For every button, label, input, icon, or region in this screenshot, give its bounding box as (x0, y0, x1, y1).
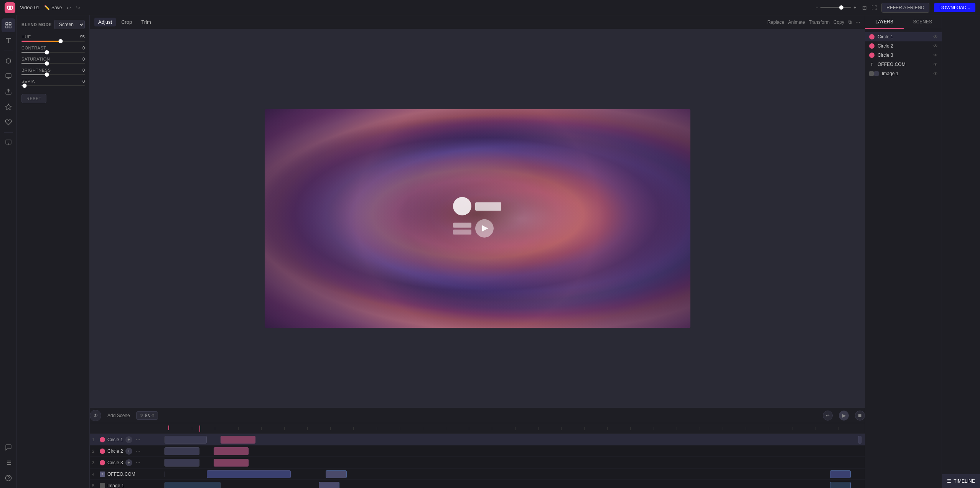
contrast-slider-row: CONTRAST 0 (21, 46, 85, 53)
tl-clip-img1-c[interactable] (830, 482, 851, 488)
save-button[interactable]: ✏️ Save (44, 5, 62, 10)
tl-clip-offeo-a[interactable] (207, 470, 291, 478)
download-button[interactable]: DOWNLOAD ↓ (934, 3, 975, 12)
toolbar-media-icon[interactable] (2, 69, 15, 83)
layer-visibility-circle1[interactable]: 👁 (933, 34, 938, 39)
timeline-row-offeo[interactable]: 4 T OFFEO.COM (90, 468, 865, 480)
tab-scenes[interactable]: SCENES (904, 15, 942, 29)
timeline-row-circle1[interactable]: 1 Circle 1 + ⋯ (90, 434, 865, 445)
timeline-row-circle3[interactable]: 3 Circle 3 + ⋯ (90, 457, 865, 468)
toolbar-text-icon[interactable] (2, 34, 15, 48)
tl-clip-c3b[interactable] (214, 459, 249, 467)
play-btn[interactable]: ▶ (839, 411, 849, 421)
blend-mode-select[interactable]: Screen Normal Multiply Overlay (54, 20, 85, 29)
timeline-playhead[interactable] (199, 426, 200, 432)
tl-add-circle3[interactable]: + (125, 459, 132, 466)
timeline-row-circle2[interactable]: 2 Circle 2 + ⋯ (90, 445, 865, 457)
redo-icon[interactable]: ↪ (76, 5, 80, 11)
tl-clip-c2a[interactable] (165, 447, 199, 455)
duration-value: 8s (145, 413, 150, 418)
tab-crop[interactable]: Crop (117, 18, 136, 26)
zoom-out-icon[interactable]: − (815, 5, 818, 10)
tab-adjust[interactable]: Adjust (94, 18, 116, 26)
toolbar-help-icon[interactable] (2, 471, 15, 485)
tl-clip-img1-a[interactable] (165, 482, 221, 488)
undo-ctrl-btn[interactable]: ↩ (823, 411, 833, 421)
sepia-value: 0 (82, 79, 85, 84)
more-options-icon[interactable]: ⋯ (855, 19, 860, 25)
toolbar-grid-icon[interactable] (2, 456, 15, 470)
adjust-toolbar: Adjust Crop Trim Replace Animate Transfo… (90, 15, 865, 29)
reset-button[interactable]: RESET (21, 94, 46, 103)
scene-indicator[interactable]: ① (90, 410, 101, 421)
tl-num-1: 1 (92, 437, 97, 442)
animate-button[interactable]: Animate (788, 20, 805, 25)
toolbar-layers-icon[interactable] (2, 18, 15, 32)
tl-clip-c1c[interactable] (858, 436, 861, 444)
replace-button[interactable]: Replace (768, 20, 784, 25)
copy-icon[interactable]: ⧉ (848, 19, 852, 25)
toolbar-more-icon[interactable] (2, 136, 15, 150)
hue-slider-row: HUE 95 (21, 35, 85, 42)
tl-clip-img1-b[interactable] (319, 482, 340, 488)
zoom-slider[interactable] (820, 7, 851, 8)
timeline-icon: ☰ (947, 478, 951, 484)
toolbar-shapes-icon[interactable] (2, 54, 15, 68)
copy-button[interactable]: Copy (833, 20, 844, 25)
tl-clip-c1a[interactable] (165, 436, 207, 444)
toolbar-brand-icon[interactable] (2, 100, 15, 114)
timeline-area: 1 2 3 4 5 (90, 423, 865, 488)
tl-icon-image1 (100, 483, 105, 488)
refer-button[interactable]: REFER A FRIEND (881, 3, 929, 13)
undo-icon[interactable]: ↩ (66, 5, 71, 11)
layer-visibility-circle3[interactable]: 👁 (933, 53, 938, 58)
timeline-toggle-button[interactable]: ☰ TIMELINE (942, 474, 980, 488)
sepia-slider[interactable] (21, 85, 85, 86)
layer-visibility-image1[interactable]: 👁 (933, 71, 938, 76)
tab-layers[interactable]: LAYERS (865, 15, 904, 29)
layer-item-offeo[interactable]: T OFFEO.COM 👁 (865, 60, 942, 69)
tl-clip-c1b[interactable] (221, 436, 255, 444)
layer-visibility-circle2[interactable]: 👁 (933, 43, 938, 49)
tl-content-circle3 (165, 457, 865, 468)
tl-clip-c2b[interactable] (214, 447, 249, 455)
layer-name-circle2: Circle 2 (878, 43, 930, 49)
tl-clip-offeo-c[interactable] (830, 470, 851, 478)
tab-trim[interactable]: Trim (137, 18, 155, 26)
right-panel-tabs: LAYERS SCENES (865, 15, 942, 29)
toolbar-chat-icon[interactable] (2, 440, 15, 454)
tl-label-circle1: 1 Circle 1 + ⋯ (90, 436, 165, 443)
fit-icon[interactable]: ⊡ (862, 5, 867, 11)
layer-item-circle3[interactable]: Circle 3 👁 (865, 51, 942, 60)
brightness-slider[interactable] (21, 74, 85, 75)
tl-clip-c3a[interactable] (165, 459, 199, 467)
right-timeline-spacer (942, 15, 980, 474)
tl-content-circle1 (165, 434, 865, 445)
saturation-slider[interactable] (21, 63, 85, 64)
tl-add-circle1[interactable]: + (125, 436, 132, 443)
preview-canvas (265, 109, 690, 328)
toolbar-upload-icon[interactable] (2, 85, 15, 99)
tl-more-circle2[interactable]: ⋯ (135, 448, 142, 455)
tl-clip-offeo-b[interactable] (326, 470, 347, 478)
transform-button[interactable]: Transform (809, 20, 830, 25)
timeline-row-image1[interactable]: 5 Image 1 (90, 480, 865, 488)
duration-badge[interactable]: ⏱ 8s ⚙ (136, 411, 158, 420)
contrast-value: 0 (82, 46, 85, 50)
fullscreen-icon[interactable]: ⛶ (871, 5, 877, 11)
layer-item-circle1[interactable]: Circle 1 👁 (865, 32, 942, 41)
layer-visibility-offeo[interactable]: 👁 (933, 62, 938, 67)
left-panel: BLEND MODE Screen Normal Multiply Overla… (17, 15, 90, 488)
hue-slider[interactable] (21, 41, 85, 42)
contrast-slider[interactable] (21, 52, 85, 53)
toolbar-favorites-icon[interactable] (2, 115, 15, 129)
layer-item-circle2[interactable]: Circle 2 👁 (865, 41, 942, 51)
zoom-in-icon[interactable]: + (853, 5, 856, 10)
tl-more-circle3[interactable]: ⋯ (135, 459, 142, 466)
tl-add-circle2[interactable]: + (125, 448, 132, 455)
tl-more-circle1[interactable]: ⋯ (135, 436, 142, 443)
layer-item-image1[interactable]: Image 1 👁 (865, 69, 942, 78)
saturation-slider-row: SATURATION 0 (21, 57, 85, 64)
add-scene-button[interactable]: Add Scene (107, 413, 130, 418)
stop-btn[interactable]: ⏹ (855, 411, 865, 421)
